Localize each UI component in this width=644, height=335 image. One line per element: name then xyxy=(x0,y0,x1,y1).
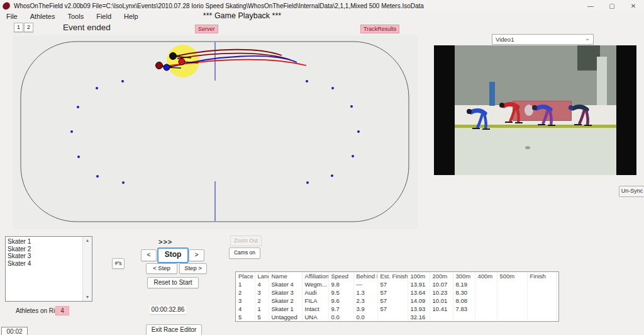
window-title: WhosOnTheField v2.00b09 File=C:\IsoLynx\… xyxy=(14,3,424,9)
menu-field[interactable]: Field xyxy=(90,13,118,20)
athletes-on-rink-label: Athletes on Rink xyxy=(16,307,62,314)
table-row[interactable]: 23Skater 3Audi9.51.35713.6410.238.30 xyxy=(236,289,556,297)
athlete-listbox[interactable]: Skater 1Skater 2Skater 3Skater 4 ▲ ▼ xyxy=(5,236,92,302)
stop-button[interactable]: Stop xyxy=(157,247,189,263)
track-marker-dot xyxy=(77,156,80,158)
track-results-button[interactable]: TrackResults xyxy=(360,25,399,33)
scroll-up-icon[interactable]: ▲ xyxy=(83,237,92,244)
track-marker-dot xyxy=(121,80,124,82)
game-playback-title: *** Game Playback *** xyxy=(189,11,296,20)
track-marker-dot xyxy=(96,175,99,178)
list-item[interactable]: Skater 4 xyxy=(8,260,82,268)
playback-speed-indicator: >>> xyxy=(158,238,172,246)
cams-on-button[interactable]: Cams on xyxy=(229,247,260,259)
list-item[interactable]: Skater 3 xyxy=(8,253,82,260)
column-header: 300m xyxy=(453,272,475,281)
column-header: 400m xyxy=(475,272,497,281)
unsync-button[interactable]: Un-Sync xyxy=(619,186,644,197)
rink-panel xyxy=(13,35,418,229)
video-skaters xyxy=(455,45,616,175)
skater-figure xyxy=(499,103,523,123)
menu-athletes[interactable]: Athletes xyxy=(24,13,62,20)
table-row[interactable]: 14Skater 4Wegm...9.8—5713.9110.078.19 xyxy=(236,281,556,289)
video-source-select[interactable]: Video1 ⌄ xyxy=(492,34,594,45)
skater-figure xyxy=(532,105,555,125)
list-item[interactable]: Skater 1 xyxy=(8,238,82,246)
video-player[interactable] xyxy=(434,45,636,175)
menu-tools[interactable]: Tools xyxy=(61,13,90,20)
skater-figure xyxy=(569,105,592,125)
menu-file[interactable]: File xyxy=(0,13,24,20)
column-header: 100m xyxy=(408,272,430,281)
table-row[interactable]: 55UntaggedUNA0.00.032.16 xyxy=(236,314,556,322)
column-header: Lane xyxy=(255,272,269,281)
column-header: Finish xyxy=(527,272,556,281)
column-header: Affiliation xyxy=(302,272,328,281)
reset-to-start-button[interactable]: Reset to Start xyxy=(147,277,199,288)
results-table[interactable]: PlaceLaneNameAffiliationSpeedBehind ByEs… xyxy=(235,271,559,322)
track-marker-dot xyxy=(70,130,73,133)
rink-track-view[interactable] xyxy=(13,35,418,229)
app-window: WhosOnTheField v2.00b09 File=C:\IsoLynx\… xyxy=(0,0,644,335)
minimize-button[interactable]: — xyxy=(580,0,601,11)
event-status-label: Event ended xyxy=(63,23,111,32)
menu-help[interactable]: Help xyxy=(118,13,145,20)
maximize-button[interactable]: ▢ xyxy=(601,0,623,11)
column-header: Place xyxy=(236,272,255,281)
column-header: 200m xyxy=(430,272,453,281)
menu-bar: File Athletes Tools Field Help xyxy=(0,11,644,21)
numbers-toggle-button[interactable]: #'s xyxy=(112,258,125,269)
track-marker-dot xyxy=(96,87,98,89)
athletes-on-rink-count: 4 xyxy=(55,306,69,315)
column-header: Est. Finish xyxy=(377,272,408,281)
column-header: Name xyxy=(269,272,302,281)
chevron-down-icon: ⌄ xyxy=(585,35,590,42)
track-marker-dot xyxy=(77,106,79,108)
video-select-value: Video1 xyxy=(496,36,514,43)
table-row[interactable]: 32Skater 2FILA9.62.35714.0910.018.08 xyxy=(236,297,556,305)
view-1-button[interactable]: 1 xyxy=(14,23,23,32)
track-marker-dot xyxy=(331,87,334,89)
video-timecode-overlay: 00:02 xyxy=(1,327,28,335)
play-forward-button[interactable]: > xyxy=(189,249,204,261)
skater-marker xyxy=(179,59,185,65)
track-marker-dot xyxy=(122,181,125,184)
table-row[interactable]: 41Skater 1Intact9.73.95713.9310.417.83 xyxy=(236,305,556,314)
scroll-down-icon[interactable]: ▼ xyxy=(83,293,92,301)
view-2-button[interactable]: 2 xyxy=(24,23,33,32)
list-scrollbar[interactable]: ▲ ▼ xyxy=(82,237,92,301)
track-marker-dot xyxy=(306,181,309,184)
play-backward-button[interactable]: < xyxy=(141,249,157,261)
column-header: 500m xyxy=(497,272,527,281)
skater-figure xyxy=(467,109,490,129)
close-button[interactable]: ✕ xyxy=(623,0,644,11)
video-scene xyxy=(455,45,616,175)
skater-marker xyxy=(156,62,163,69)
track-marker-dot xyxy=(331,174,333,177)
track-marker-dot xyxy=(352,155,354,157)
column-header: Behind By xyxy=(353,272,377,281)
skater-marker xyxy=(170,53,177,60)
list-item[interactable]: Skater 2 xyxy=(8,246,82,253)
track-marker-dot xyxy=(357,130,360,133)
track-marker-dot xyxy=(306,80,308,82)
exit-race-editor-button[interactable]: Exit Race Editor xyxy=(146,324,202,335)
title-bar: WhosOnTheField v2.00b09 File=C:\IsoLynx\… xyxy=(0,0,644,11)
zoom-out-button[interactable]: Zoom Out xyxy=(230,236,262,246)
step-back-button[interactable]: < Step xyxy=(146,263,177,274)
track-marker-dot xyxy=(350,105,353,108)
race-time-display: 00:00:32.86 xyxy=(150,305,186,315)
step-forward-button[interactable]: Step > xyxy=(179,263,207,274)
skater-marker xyxy=(164,64,170,71)
column-header: Speed xyxy=(328,272,353,281)
app-icon xyxy=(2,1,11,10)
server-button[interactable]: Server xyxy=(195,25,218,33)
